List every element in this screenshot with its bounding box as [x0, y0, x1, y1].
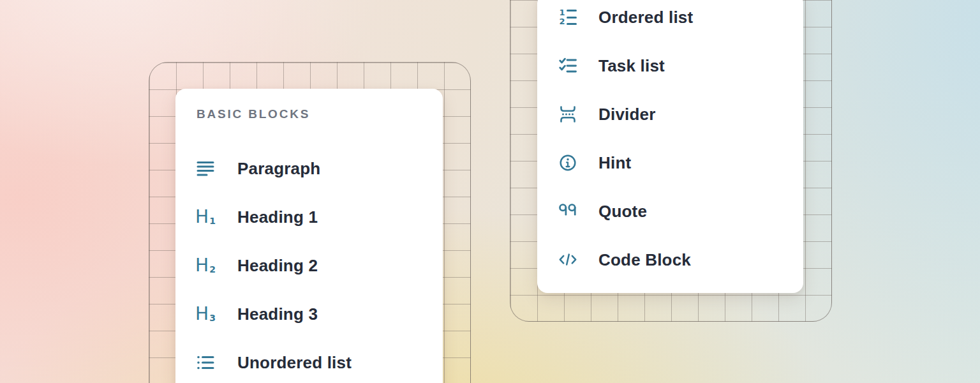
menu-item-hint[interactable]: Hint	[559, 139, 803, 187]
menu-item-label: Hint	[598, 153, 631, 173]
menu-item-heading-3[interactable]: H3 Heading 3	[197, 290, 443, 338]
task-list-icon	[559, 57, 577, 75]
heading-1-icon: H1	[197, 208, 214, 226]
menu-item-label: Task list	[598, 56, 665, 76]
ordered-list-icon: 1 2	[559, 8, 577, 26]
menu-item-label: Paragraph	[237, 159, 320, 179]
menu-item-label: Unordered list	[237, 353, 352, 373]
quote-icon	[559, 202, 577, 220]
basic-blocks-menu-card: BASIC BLOCKS Paragraph H1 Heading 1 H2 H…	[175, 89, 443, 383]
menu-item-label: Heading 3	[237, 304, 318, 324]
divider-icon	[559, 105, 577, 123]
code-block-icon	[559, 251, 577, 269]
menu-item-label: Code Block	[598, 250, 691, 270]
menu-item-divider[interactable]: Divider	[559, 90, 803, 139]
menu-item-quote[interactable]: Quote	[559, 187, 803, 236]
menu-item-unordered-list[interactable]: Unordered list	[197, 338, 443, 383]
menu-item-label: Divider	[598, 105, 656, 124]
menu-item-heading-1[interactable]: H1 Heading 1	[197, 193, 443, 241]
menu-item-label: Quote	[598, 202, 647, 222]
menu-item-paragraph[interactable]: Paragraph	[197, 144, 443, 193]
unordered-list-icon	[197, 354, 214, 372]
heading-3-icon: H3	[197, 305, 214, 323]
menu-item-heading-2[interactable]: H2 Heading 2	[197, 241, 443, 290]
menu-item-label: Heading 2	[237, 256, 318, 276]
menu-item-code-block[interactable]: Code Block	[559, 236, 803, 284]
menu-item-ordered-list[interactable]: 1 2 Ordered list	[559, 0, 803, 41]
hero-background: { "colors": { "icon_accent": "#337896", …	[0, 0, 980, 383]
heading-2-icon: H2	[197, 257, 214, 274]
menu-item-task-list[interactable]: Task list	[559, 41, 803, 90]
menu-item-label: Heading 1	[237, 207, 318, 227]
hint-icon	[559, 154, 577, 172]
blocks-menu-card-right: 1 2 Ordered list Task list	[537, 0, 803, 293]
menu-item-label: Ordered list	[598, 8, 693, 27]
section-label-basic-blocks: BASIC BLOCKS	[197, 108, 443, 120]
paragraph-icon	[197, 160, 214, 177]
